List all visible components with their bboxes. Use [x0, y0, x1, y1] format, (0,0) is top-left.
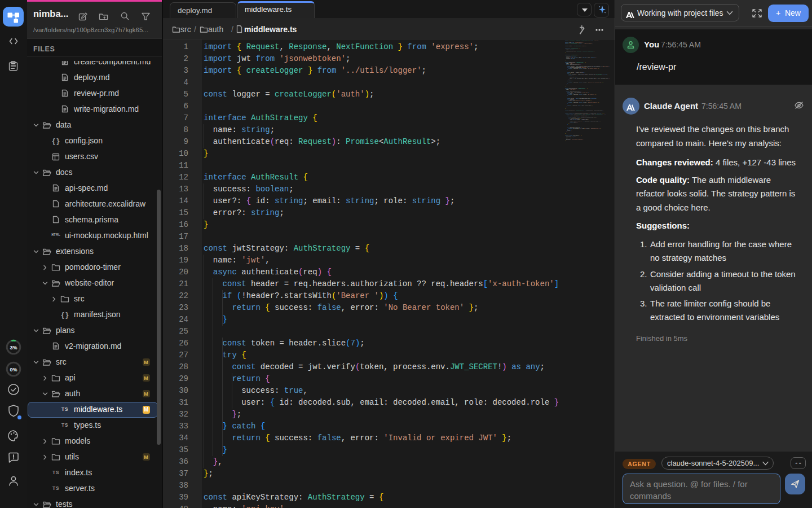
- svg-text:0%: 0%: [10, 367, 17, 373]
- svg-text:3%: 3%: [10, 344, 17, 350]
